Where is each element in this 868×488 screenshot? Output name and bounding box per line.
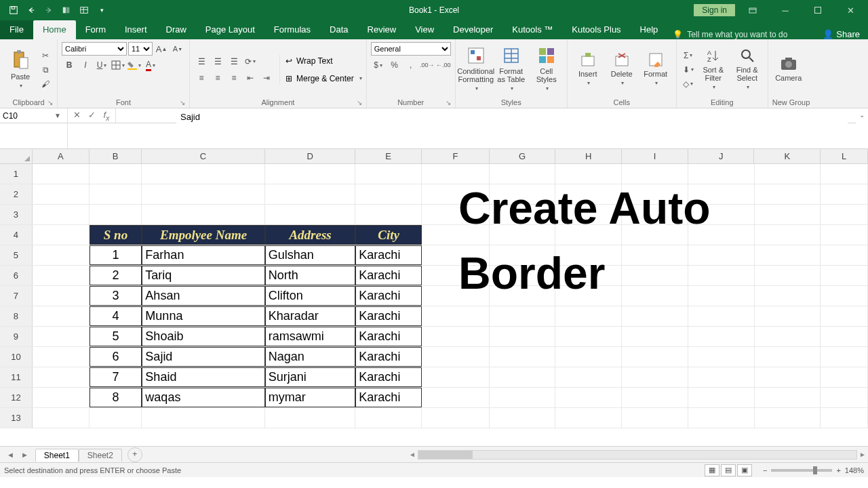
cell[interactable] xyxy=(142,164,264,184)
format-as-table-button[interactable]: Format as Table xyxy=(495,47,528,93)
tab-review[interactable]: Review xyxy=(358,20,406,39)
cell-styles-button[interactable]: Cell Styles xyxy=(530,47,563,93)
format-cells-button[interactable]: Format xyxy=(639,47,672,93)
zoom-out-icon[interactable]: − xyxy=(763,466,767,474)
col-header[interactable]: D xyxy=(265,149,356,163)
sheet-nav-next-icon[interactable]: ► xyxy=(21,451,28,459)
cell[interactable]: Sajid xyxy=(142,347,264,367)
cell[interactable] xyxy=(755,245,821,265)
cell[interactable] xyxy=(755,205,821,224)
tab-formulas[interactable]: Formulas xyxy=(264,20,320,39)
cell[interactable]: Karachi xyxy=(355,327,422,346)
delete-cells-button[interactable]: Delete xyxy=(606,47,638,93)
cell[interactable] xyxy=(90,205,142,224)
cell[interactable] xyxy=(422,347,490,367)
fill-color-icon[interactable] xyxy=(127,58,142,72)
row-header[interactable]: 13 xyxy=(0,408,33,428)
cell[interactable]: Gulshan xyxy=(265,245,356,265)
col-header[interactable]: A xyxy=(33,149,90,163)
qat-dropdown-icon[interactable]: ▾ xyxy=(94,2,110,18)
sheet-tab-2[interactable]: Sheet2 xyxy=(79,449,122,462)
cell[interactable] xyxy=(622,408,688,428)
minimize-icon[interactable]: ─ xyxy=(770,1,800,20)
cell[interactable] xyxy=(821,225,868,245)
cell[interactable] xyxy=(422,388,490,407)
cell[interactable]: 1 xyxy=(90,245,142,265)
cell[interactable]: 8 xyxy=(90,388,142,407)
align-right-icon[interactable]: ≡ xyxy=(226,71,241,85)
cell[interactable] xyxy=(755,388,821,407)
cut-icon[interactable]: ✂ xyxy=(38,49,53,62)
cell[interactable] xyxy=(33,205,90,224)
cell[interactable] xyxy=(490,327,556,346)
row-header[interactable]: 8 xyxy=(0,306,33,326)
cell[interactable] xyxy=(821,408,868,428)
formula-expand-icon[interactable]: ⌄ xyxy=(856,108,868,148)
tab-home[interactable]: Home xyxy=(33,20,76,39)
copy-icon[interactable]: ⧉ xyxy=(38,63,53,77)
cell[interactable]: North xyxy=(265,266,356,285)
cell[interactable] xyxy=(755,327,821,346)
cell[interactable] xyxy=(688,347,755,367)
signin-button[interactable]: Sign in xyxy=(694,4,735,16)
find-select-button[interactable]: Find & Select xyxy=(731,47,764,93)
cell[interactable] xyxy=(555,327,622,346)
grid-rows[interactable]: 1234S noEmpolyee NameAddressCity51Farhan… xyxy=(0,164,868,446)
increase-decimal-icon[interactable]: .00→ xyxy=(420,58,435,72)
row-header[interactable]: 4 xyxy=(0,225,33,245)
cell[interactable] xyxy=(265,205,356,224)
cell[interactable] xyxy=(821,367,868,387)
cell[interactable]: Karachi xyxy=(355,245,422,265)
tab-insert[interactable]: Insert xyxy=(115,20,157,39)
decrease-decimal-icon[interactable]: ←.00 xyxy=(436,58,451,72)
ribbon-options-icon[interactable] xyxy=(738,1,768,20)
conditional-formatting-button[interactable]: Conditional Formatting xyxy=(460,47,492,93)
number-dialog-icon[interactable]: ↘ xyxy=(446,99,451,106)
tab-pagelayout[interactable]: Page Layout xyxy=(196,20,264,39)
cell[interactable]: 3 xyxy=(90,286,142,306)
cell[interactable] xyxy=(355,205,422,224)
scroll-right-icon[interactable]: ► xyxy=(857,451,868,458)
cell[interactable] xyxy=(755,164,821,184)
cell[interactable]: Karachi xyxy=(355,367,422,387)
enter-fx-icon[interactable]: ✓ xyxy=(85,110,98,120)
cell[interactable] xyxy=(142,205,264,224)
col-header[interactable]: C xyxy=(142,149,264,163)
cell[interactable]: waqas xyxy=(142,388,264,407)
tab-kutools[interactable]: Kutools ™ xyxy=(502,20,562,39)
cell[interactable] xyxy=(490,306,556,326)
cell[interactable] xyxy=(622,306,688,326)
cell[interactable]: Kharadar xyxy=(265,306,356,326)
cell[interactable] xyxy=(555,367,622,387)
cell[interactable] xyxy=(622,367,688,387)
align-bottom-icon[interactable]: ☰ xyxy=(226,55,241,68)
cell[interactable]: Tariq xyxy=(142,266,264,285)
col-header[interactable]: J xyxy=(688,149,755,163)
cell[interactable] xyxy=(688,367,755,387)
cell[interactable]: ramsawmi xyxy=(265,327,356,346)
cell[interactable] xyxy=(33,164,90,184)
cell[interactable] xyxy=(821,388,868,407)
paste-button[interactable]: Paste xyxy=(4,47,37,93)
wrap-text-button[interactable]: ↩Wrap Text xyxy=(285,54,362,68)
decrease-indent-icon[interactable]: ⇤ xyxy=(243,71,258,85)
camera-button[interactable]: Camera xyxy=(772,47,805,93)
cell[interactable] xyxy=(755,225,821,245)
increase-font-icon[interactable]: A▲ xyxy=(154,42,169,56)
fill-icon[interactable]: ⬇ xyxy=(681,63,696,77)
cell[interactable] xyxy=(355,164,422,184)
cell[interactable]: 2 xyxy=(90,266,142,285)
cell[interactable]: 5 xyxy=(90,327,142,346)
borders-icon[interactable] xyxy=(111,58,125,72)
cell[interactable]: Nagan xyxy=(265,347,356,367)
cell[interactable] xyxy=(821,245,868,265)
col-header[interactable]: B xyxy=(90,149,142,163)
col-header[interactable]: G xyxy=(490,149,556,163)
qat-btn1-icon[interactable] xyxy=(58,2,75,18)
view-page-break-icon[interactable]: ▣ xyxy=(737,464,752,476)
tab-form[interactable]: Form xyxy=(76,20,115,39)
cell[interactable] xyxy=(688,306,755,326)
qat-btn2-icon[interactable] xyxy=(76,2,92,18)
cell[interactable] xyxy=(490,408,556,428)
zoom-in-icon[interactable]: + xyxy=(836,466,840,474)
